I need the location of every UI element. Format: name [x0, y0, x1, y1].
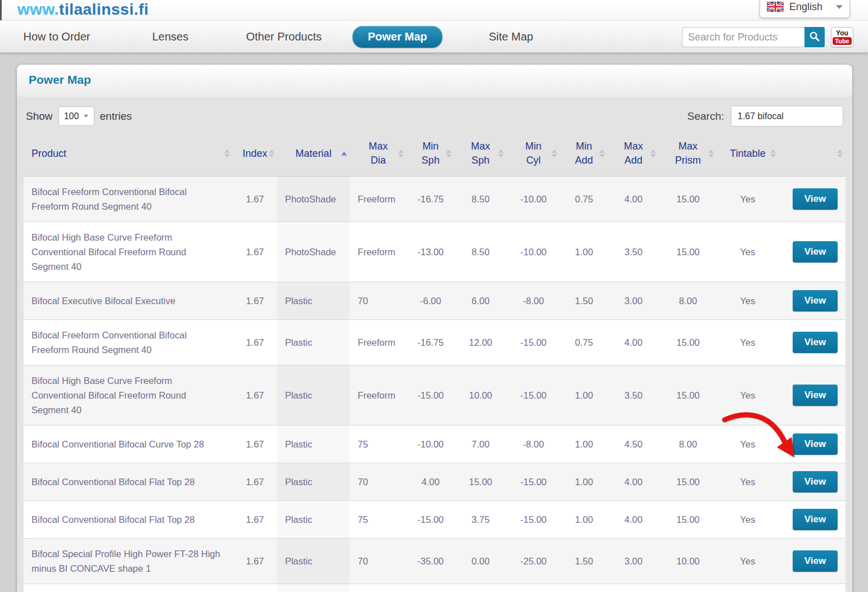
column-header-min_cyl[interactable]: MinCyl: [507, 131, 560, 176]
table-row: Bifocal High Base Curve Freeform Convent…: [24, 365, 846, 425]
cell-max_sph: 10.00: [454, 365, 507, 425]
column-header-max_add[interactable]: MaxAdd: [608, 131, 659, 176]
cell-tintable: Yes: [717, 176, 778, 222]
column-header-min_sph[interactable]: MinSph: [406, 131, 454, 176]
view-button[interactable]: View: [793, 385, 838, 406]
show-label: Show: [26, 110, 53, 123]
entries-label: entries: [100, 110, 132, 123]
column-header-actions[interactable]: [779, 131, 846, 176]
cell-min_cyl: -8.00: [507, 282, 560, 319]
sort-icon: [708, 150, 714, 157]
cell-index: 1.67: [233, 463, 277, 500]
cell-actions: View: [779, 584, 846, 592]
power-map-table: ProductIndexMaterialMaxDiaMinSphMaxSphMi…: [24, 131, 846, 592]
panel-body: Show 100 entries Search: ProductIndexMat…: [17, 96, 852, 592]
sort-icon: [269, 150, 274, 157]
cell-material: Plastic: [277, 463, 350, 500]
cell-max_prism: 15.00: [659, 319, 717, 365]
cell-min_add: 1.00: [560, 500, 608, 538]
column-label: Index: [242, 148, 267, 159]
cell-min_sph: -13.00: [406, 222, 454, 282]
table-controls: Show 100 entries Search:: [26, 106, 843, 126]
column-header-index[interactable]: Index: [233, 131, 277, 176]
view-button[interactable]: View: [793, 332, 838, 353]
cell-max_dia: 70: [350, 584, 406, 592]
cell-material: Plastic: [277, 538, 350, 584]
column-label: Tintable: [730, 148, 765, 159]
column-header-max_prism[interactable]: MaxPrism: [659, 131, 717, 176]
uk-flag-icon: [767, 2, 784, 17]
cell-min_add: 0.75: [560, 319, 608, 365]
column-header-tintable[interactable]: Tintable: [717, 131, 778, 176]
cell-min_add: 1.50: [560, 538, 608, 584]
view-button[interactable]: View: [793, 241, 838, 263]
view-button[interactable]: View: [793, 188, 838, 210]
view-button[interactable]: View: [793, 433, 838, 455]
nav-item-site-map[interactable]: Site Map: [454, 30, 568, 43]
cell-product: Bifocal Conventional Bifocal Flat Top 28: [24, 500, 233, 538]
sort-icon: [770, 150, 776, 157]
view-button[interactable]: View: [793, 290, 838, 311]
table-header-row: ProductIndexMaterialMaxDiaMinSphMaxSphMi…: [24, 131, 846, 176]
view-button[interactable]: View: [793, 471, 838, 492]
column-label: MaxPrism: [675, 141, 701, 165]
cell-index: 1.67: [233, 538, 277, 584]
column-label: MaxAdd: [624, 141, 643, 165]
sort-icon: [398, 150, 404, 157]
column-header-material[interactable]: Material: [277, 131, 350, 176]
cell-max_prism: 8.00: [659, 425, 717, 463]
products-search-input[interactable]: [682, 27, 804, 47]
cell-index: 1.67: [233, 500, 277, 538]
site-logo[interactable]: www.tilaalinssi.fi: [17, 1, 149, 19]
column-header-max_dia[interactable]: MaxDia: [350, 131, 406, 176]
cell-max_add: 4.00: [608, 176, 659, 222]
cell-max_add: 4.00: [608, 463, 659, 500]
sort-icon: [837, 150, 843, 157]
cell-max_sph: 0.00: [454, 538, 507, 584]
cell-material: PhotoShade: [277, 176, 350, 222]
cell-tintable: Yes: [717, 319, 778, 365]
cell-material: Plastic: [277, 500, 350, 538]
nav-item-lenses[interactable]: Lenses: [114, 30, 227, 43]
youtube-icon: You: [836, 30, 848, 37]
cell-index: 1.67: [233, 319, 277, 365]
sort-icon: [446, 150, 451, 157]
nav-item-other-products[interactable]: Other Products: [227, 30, 341, 43]
column-header-product[interactable]: Product: [24, 131, 233, 176]
cell-material: Plastic: [277, 584, 350, 592]
cell-max_sph: 15.00: [454, 463, 507, 500]
column-label: Material: [296, 148, 332, 159]
view-button[interactable]: View: [793, 550, 838, 572]
nav-search-area: You Tube: [682, 27, 853, 47]
search-button[interactable]: [804, 27, 825, 47]
chevron-down-icon: [836, 5, 843, 9]
table-search-input[interactable]: [731, 106, 843, 126]
view-button[interactable]: View: [793, 509, 838, 530]
table-row: Bifocal Executive Bifocal Executive1.67P…: [24, 282, 846, 319]
language-selector[interactable]: English: [760, 0, 850, 18]
cell-max_prism: 15.00: [659, 176, 717, 222]
nav-menu: How to OrderLensesOther ProductsPower Ma…: [0, 26, 568, 48]
language-label: English: [789, 1, 822, 19]
cell-max_prism: 10.00: [659, 538, 717, 584]
cell-max_add: 3.00: [608, 282, 659, 319]
column-label: MaxDia: [369, 141, 388, 165]
sort-icon: [551, 150, 557, 157]
entries-select[interactable]: 100: [58, 106, 94, 126]
column-header-min_add[interactable]: MinAdd: [560, 131, 608, 176]
cell-tintable: Yes: [717, 365, 778, 425]
nav-item-power-map[interactable]: Power Map: [341, 26, 454, 48]
table-row: Bifocal Special Profile High Power FT-28…: [24, 584, 846, 592]
cell-index: 1.67: [233, 584, 277, 592]
cell-max_prism: 10.00: [659, 584, 717, 592]
cell-max_prism: 8.00: [659, 282, 717, 319]
column-label: Product: [31, 148, 66, 159]
cell-max_sph: 6.00: [454, 282, 507, 319]
cell-min_cyl: -10.00: [507, 176, 560, 222]
nav-item-how-to-order[interactable]: How to Order: [0, 30, 114, 43]
cell-tintable: Yes: [717, 425, 778, 463]
youtube-link[interactable]: You Tube: [831, 27, 853, 47]
cell-max_sph: 12.00: [454, 319, 507, 365]
cell-max_prism: 15.00: [659, 222, 717, 282]
column-header-max_sph[interactable]: MaxSph: [454, 131, 507, 176]
